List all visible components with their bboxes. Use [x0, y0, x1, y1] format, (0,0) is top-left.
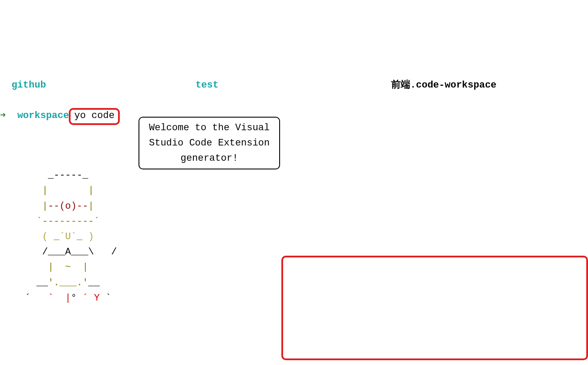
welcome-message-box: Welcome to the Visual Studio Code Extens… — [139, 117, 280, 170]
command-text: yo code — [74, 110, 114, 121]
dir-github: github — [11, 80, 46, 91]
workspace-file: 前端.code-workspace — [391, 80, 497, 91]
terminal-prompt-line[interactable]: ➜ workspaceyo code — [0, 108, 588, 125]
prompt-folder: workspace — [17, 110, 69, 121]
dir-test: test — [196, 80, 219, 91]
command-highlight-box: yo code — [69, 108, 119, 125]
terminal-header-line: github test 前端.code-workspace — [0, 78, 588, 93]
prompt-arrow: ➜ — [0, 110, 17, 121]
yeoman-ascii-art: _-----_ | | |--(o)--| `---------´ ( _´U`… — [19, 168, 588, 306]
